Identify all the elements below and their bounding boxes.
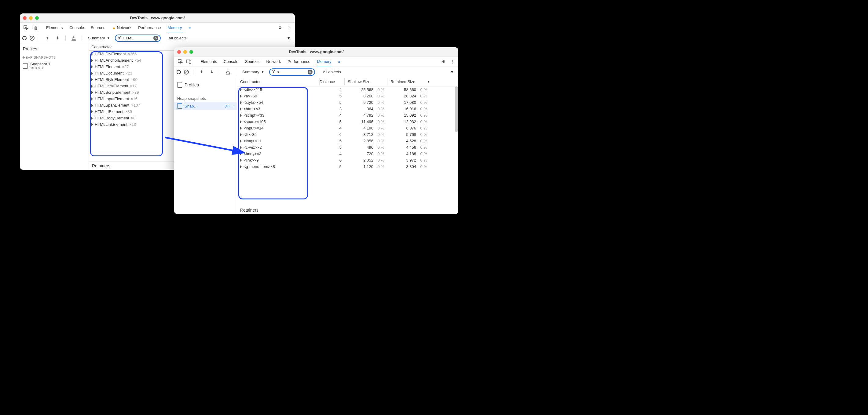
constructor-row[interactable]: <img>×1152 8560 %4 5280 % [237, 138, 458, 144]
constructor-row[interactable]: <li>×3563 7120 %5 7680 % [237, 131, 458, 138]
expand-icon[interactable] [91, 123, 93, 126]
class-filter-input[interactable] [277, 70, 306, 74]
record-icon[interactable] [177, 70, 181, 74]
constructor-count: ×17 [130, 84, 137, 88]
constructor-row[interactable]: <c-wiz>×254960 %4 4560 % [237, 144, 458, 151]
kebab-menu-icon[interactable]: ⋮ [448, 58, 456, 65]
expand-icon[interactable] [240, 114, 242, 117]
retainers-panel[interactable]: Retainers [237, 206, 458, 214]
shallow-size-column-header[interactable]: Shallow Size [345, 78, 388, 85]
more-tabs-icon[interactable]: » [338, 57, 341, 66]
expand-icon[interactable] [91, 91, 93, 94]
kebab-menu-icon[interactable]: ⋮ [285, 24, 292, 31]
tab-console[interactable]: Console [69, 24, 85, 32]
expand-icon[interactable] [240, 120, 242, 123]
device-toolbar-icon[interactable] [185, 58, 192, 65]
expand-icon[interactable] [91, 110, 93, 113]
tab-performance[interactable]: Performance [137, 24, 161, 32]
expand-icon[interactable] [240, 95, 242, 98]
tab-sources[interactable]: Sources [90, 24, 106, 32]
snapshot-item[interactable]: Snapshot 1 16.0 MB [20, 60, 89, 71]
constructor-row[interactable]: <html>×333640 %16 0160 % [237, 106, 458, 112]
download-icon[interactable]: ⬇ [208, 68, 215, 76]
constructor-row[interactable]: <body>×347200 %4 1880 % [237, 151, 458, 157]
scrollbar[interactable] [455, 87, 458, 132]
constructor-row[interactable]: <input>×1444 1960 %6 0760 % [237, 125, 458, 131]
expand-icon[interactable] [240, 127, 242, 130]
clear-icon[interactable] [30, 36, 34, 41]
class-filter-input[interactable] [123, 36, 152, 40]
retained-size-value: 12 932 [388, 119, 418, 124]
expand-icon[interactable] [240, 107, 242, 110]
constructor-row[interactable]: <a>×5058 2680 %28 3240 % [237, 93, 458, 99]
class-filter[interactable]: ✕ [115, 34, 161, 42]
retained-size-column-header[interactable]: Retained Size ▼ [388, 78, 433, 85]
clear-icon[interactable] [184, 70, 189, 74]
distance-column-header[interactable]: Distance [319, 78, 345, 85]
close-window-icon[interactable] [23, 16, 27, 20]
expand-icon[interactable] [91, 72, 93, 75]
constructor-row[interactable]: <script>×3344 7920 %15 0920 % [237, 112, 458, 119]
gear-icon[interactable]: ⚙ [277, 24, 284, 31]
constructor-name: <link> [244, 158, 254, 162]
tab-elements[interactable]: Elements [200, 57, 218, 66]
inspect-icon[interactable] [22, 24, 30, 31]
expand-icon[interactable] [91, 65, 93, 68]
tab-performance[interactable]: Performance [287, 57, 311, 66]
expand-icon[interactable] [240, 88, 242, 91]
expand-icon[interactable] [91, 117, 93, 120]
minimize-window-icon[interactable] [29, 16, 33, 20]
expand-icon[interactable] [91, 78, 93, 81]
expand-icon[interactable] [240, 165, 242, 168]
chevron-down-icon[interactable]: ▼ [450, 70, 454, 74]
tab-sources[interactable]: Sources [244, 57, 260, 66]
clear-filter-icon[interactable]: ✕ [153, 36, 158, 41]
minimize-window-icon[interactable] [183, 50, 187, 54]
record-icon[interactable] [22, 36, 27, 40]
expand-icon[interactable] [91, 104, 93, 107]
inspect-icon[interactable] [177, 58, 184, 65]
constructor-count: ×11 [254, 139, 261, 143]
object-filter-select[interactable]: All objects [167, 35, 188, 41]
constructor-row[interactable]: <link>×962 0520 %3 9720 % [237, 157, 458, 163]
broom-icon[interactable] [70, 34, 77, 42]
tab-network[interactable]: ▲Network [112, 24, 132, 32]
view-select[interactable]: Summary ▼ [86, 35, 112, 41]
expand-icon[interactable] [240, 159, 242, 162]
snapshot-item[interactable]: Snap… (18.… [174, 102, 237, 110]
constructor-row[interactable]: <g-menu-item>×851 1200 %3 3040 % [237, 163, 458, 170]
upload-icon[interactable]: ⬆ [43, 34, 51, 42]
tab-memory[interactable]: Memory [167, 24, 183, 32]
tab-console[interactable]: Console [223, 57, 239, 66]
tab-memory[interactable]: Memory [316, 57, 332, 66]
class-filter[interactable]: ✕ [269, 68, 315, 76]
object-filter-select[interactable]: All objects [321, 69, 343, 75]
tab-elements[interactable]: Elements [45, 24, 63, 32]
expand-icon[interactable] [91, 59, 93, 62]
view-select[interactable]: Summary ▼ [241, 69, 266, 75]
chevron-down-icon[interactable]: ▼ [287, 36, 290, 40]
broom-icon[interactable] [224, 68, 231, 76]
constructor-row[interactable]: <style>×5459 7200 %17 0800 % [237, 99, 458, 106]
maximize-window-icon[interactable] [189, 50, 193, 54]
maximize-window-icon[interactable] [35, 16, 39, 20]
upload-icon[interactable]: ⬆ [198, 68, 205, 76]
more-tabs-icon[interactable]: » [188, 24, 192, 32]
constructor-row[interactable]: <span>×105511 4960 %12 9320 % [237, 119, 458, 125]
expand-icon[interactable] [240, 152, 242, 155]
expand-icon[interactable] [240, 133, 242, 136]
expand-icon[interactable] [240, 101, 242, 104]
expand-icon[interactable] [240, 146, 242, 149]
expand-icon[interactable] [91, 53, 93, 56]
clear-filter-icon[interactable]: ✕ [308, 70, 313, 74]
constructor-column-header[interactable]: Constructor [237, 78, 319, 85]
device-toolbar-icon[interactable] [31, 24, 38, 31]
download-icon[interactable]: ⬇ [54, 34, 61, 42]
close-window-icon[interactable] [177, 50, 181, 54]
expand-icon[interactable] [91, 97, 93, 100]
gear-icon[interactable]: ⚙ [440, 58, 447, 65]
expand-icon[interactable] [91, 85, 93, 88]
tab-network[interactable]: Network [266, 57, 282, 66]
constructor-row[interactable]: <div>×215425 5680 %58 6600 % [237, 87, 458, 93]
expand-icon[interactable] [240, 139, 242, 142]
